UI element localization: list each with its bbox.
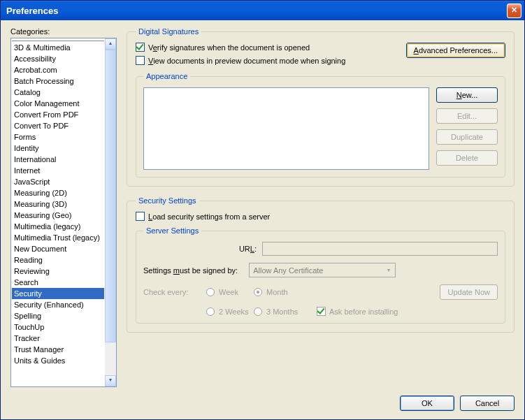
category-item[interactable]: Identity: [12, 143, 104, 154]
chevron-down-icon: ▾: [383, 265, 394, 276]
scroll-down-icon[interactable]: ▾: [105, 375, 116, 386]
category-item[interactable]: Acrobat.com: [12, 64, 104, 75]
verify-signatures-checkbox[interactable]: [136, 43, 145, 52]
url-label: URL:: [143, 245, 262, 253]
appearance-legend: Appearance: [143, 72, 190, 80]
preferences-window: Preferences ✕ Categories: 3D & Multimedi…: [0, 0, 525, 420]
security-settings-legend: Security Settings: [136, 196, 199, 205]
category-item[interactable]: Accessibility: [12, 53, 104, 64]
scroll-thumb[interactable]: [105, 50, 116, 342]
titlebar: Preferences ✕: [1, 1, 524, 20]
radio-week-label: Week: [219, 288, 238, 296]
url-input[interactable]: [262, 242, 498, 256]
radio-3months: [254, 307, 262, 316]
category-item[interactable]: Multimedia Trust (legacy): [12, 232, 104, 243]
category-item[interactable]: JavaScript: [12, 176, 104, 187]
category-item[interactable]: 3D & Multimedia: [12, 41, 104, 53]
category-item[interactable]: TouchUp: [12, 321, 104, 333]
category-item[interactable]: Batch Processing: [12, 75, 104, 87]
category-item[interactable]: Forms: [12, 131, 104, 143]
category-item[interactable]: Internet: [12, 165, 104, 176]
radio-month-label: Month: [266, 288, 288, 296]
delete-appearance-button: Delete: [436, 150, 498, 166]
ask-before-install-checkbox: [317, 307, 326, 316]
edit-appearance-button: Edit...: [436, 108, 498, 124]
preview-mode-checkbox[interactable]: [136, 56, 145, 65]
radio-2weeks-label: 2 Weeks: [219, 307, 249, 316]
window-title: Preferences: [6, 6, 58, 16]
ok-button[interactable]: OK: [400, 396, 454, 411]
category-item[interactable]: Units & Guides: [12, 355, 104, 366]
category-item[interactable]: Trust Manager: [12, 344, 104, 355]
category-item[interactable]: Security (Enhanced): [12, 299, 104, 310]
signed-by-label: Settings must be signed by:: [143, 266, 243, 275]
appearance-group: Appearance New... Edit... Duplicate Dele…: [136, 72, 505, 178]
ask-before-install-label: Ask before installing: [329, 307, 398, 316]
category-item[interactable]: Convert To PDF: [12, 120, 104, 131]
server-settings-group: Server Settings URL: Settings must be si…: [136, 226, 505, 324]
category-item[interactable]: Multimedia (legacy): [12, 221, 104, 232]
signed-by-select: Allow Any Certificate ▾: [249, 263, 396, 277]
categories-label: Categories:: [10, 27, 117, 36]
category-item[interactable]: International: [12, 154, 104, 165]
scroll-up-icon[interactable]: ▴: [105, 38, 116, 50]
close-button[interactable]: ✕: [507, 3, 522, 18]
advanced-preferences-button[interactable]: Advanced Preferences...: [406, 43, 505, 58]
load-security-checkbox[interactable]: [136, 212, 145, 221]
radio-2weeks: [206, 307, 215, 316]
category-item[interactable]: Measuring (Geo): [12, 210, 104, 221]
category-item[interactable]: Measuring (2D): [12, 187, 104, 198]
load-security-label: Load security settings from a server: [148, 212, 270, 221]
signed-by-value: Allow Any Certificate: [253, 266, 323, 275]
categories-column: Categories: 3D & MultimediaAccessibility…: [10, 27, 117, 387]
categories-listbox[interactable]: 3D & MultimediaAccessibilityAcrobat.comB…: [10, 38, 117, 387]
cancel-button[interactable]: Cancel: [460, 396, 515, 411]
appearance-listbox[interactable]: [143, 87, 429, 170]
category-item[interactable]: Tracker: [12, 333, 104, 344]
preview-mode-label: View documents in preview document mode …: [148, 57, 345, 65]
radio-week: [206, 288, 215, 296]
category-item[interactable]: Catalog: [12, 87, 104, 98]
category-item[interactable]: New Document: [12, 243, 104, 254]
dialog-footer: OK Cancel: [10, 387, 515, 411]
check-every-label: Check every:: [143, 288, 206, 296]
update-now-button: Update Now: [440, 284, 498, 300]
radio-month: [254, 288, 262, 296]
new-appearance-button[interactable]: New...: [436, 87, 498, 103]
settings-panel: Digital Signatures Verify signatures whe…: [127, 27, 515, 387]
digital-signatures-legend: Digital Signatures: [136, 27, 201, 36]
category-item[interactable]: Spelling: [12, 310, 104, 321]
security-settings-group: Security Settings Load security settings…: [127, 196, 515, 333]
category-item[interactable]: Measuring (3D): [12, 198, 104, 210]
client-area: Categories: 3D & MultimediaAccessibility…: [1, 20, 524, 419]
category-item[interactable]: Security: [12, 288, 104, 299]
duplicate-appearance-button: Duplicate: [436, 129, 498, 145]
categories-scrollbar[interactable]: ▴ ▾: [105, 38, 116, 386]
digital-signatures-group: Digital Signatures Verify signatures whe…: [127, 27, 515, 187]
category-item[interactable]: Reading: [12, 254, 104, 266]
category-item[interactable]: Reviewing: [12, 266, 104, 277]
verify-signatures-label: Verify signatures when the document is o…: [148, 43, 310, 52]
category-item[interactable]: Convert From PDF: [12, 109, 104, 120]
radio-3months-label: 3 Months: [266, 307, 298, 316]
category-item[interactable]: Color Management: [12, 98, 104, 109]
category-item[interactable]: Search: [12, 277, 104, 288]
server-settings-legend: Server Settings: [143, 226, 201, 235]
